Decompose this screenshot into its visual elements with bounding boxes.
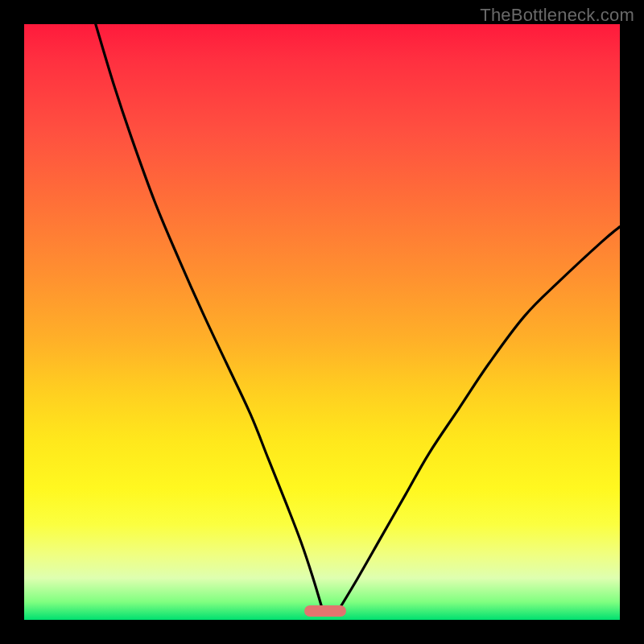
plot-area [24, 24, 620, 620]
curve-right-branch [340, 227, 620, 609]
curve-left-branch [96, 24, 322, 608]
curve-svg [24, 24, 620, 620]
minimum-marker [304, 605, 346, 617]
watermark-text: TheBottleneck.com [480, 5, 634, 26]
chart-container: TheBottleneck.com [0, 0, 644, 644]
